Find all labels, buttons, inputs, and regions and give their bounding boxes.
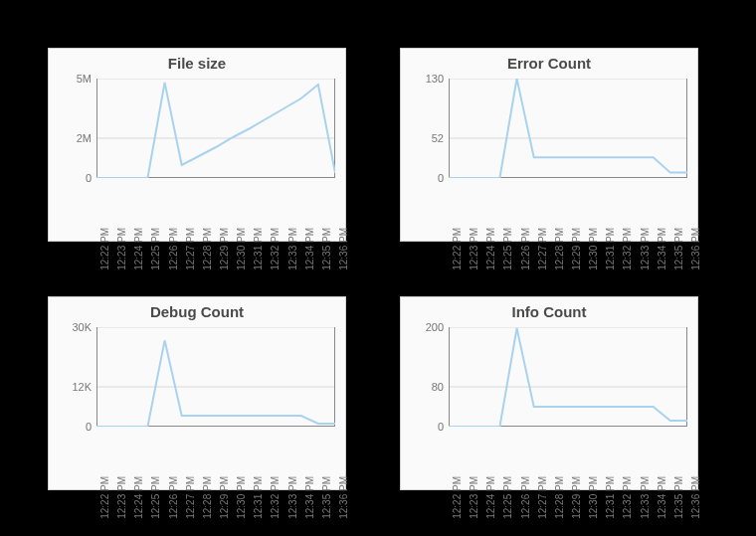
y-tick-label: 200 [404, 321, 444, 333]
chart-plot [449, 327, 687, 427]
chart-title: Info Count [401, 297, 697, 322]
x-tick-label: 12:34 PM [657, 228, 667, 270]
y-tick-label: 80 [404, 381, 444, 393]
x-tick-label: 12:24 PM [485, 228, 496, 270]
x-tick-label: 12:35 PM [321, 228, 332, 270]
x-tick-label: 12:30 PM [588, 476, 599, 519]
chart-panel-file_size: File size02M5M12:22 PM12:23 PM12:24 PM12… [48, 48, 346, 242]
y-tick-label: 12K [52, 381, 92, 393]
x-tick-label: 12:36 PM [690, 228, 701, 270]
x-tick-label: 12:25 PM [150, 476, 161, 519]
x-tick-label: 12:32 PM [622, 228, 633, 270]
y-tick-label: 2M [52, 132, 92, 144]
x-tick-label: 12:28 PM [554, 228, 565, 270]
x-tick-label: 12:36 PM [690, 476, 701, 519]
x-tick-label: 12:26 PM [168, 476, 179, 519]
x-tick-label: 12:34 PM [304, 228, 315, 270]
x-axis-labels: 12:22 PM12:23 PM12:24 PM12:25 PM12:26 PM… [449, 429, 687, 488]
x-tick-label: 12:35 PM [673, 228, 684, 270]
y-tick-label: 5M [52, 73, 92, 85]
x-tick-label: 12:35 PM [321, 476, 332, 519]
x-tick-label: 12:28 PM [202, 228, 213, 270]
x-tick-label: 12:32 PM [270, 476, 281, 519]
y-tick-label: 0 [404, 421, 444, 433]
x-tick-label: 12:26 PM [520, 228, 531, 270]
x-tick-label: 12:33 PM [287, 228, 298, 270]
x-tick-label: 12:32 PM [270, 228, 281, 270]
x-tick-label: 12:26 PM [520, 476, 531, 519]
x-tick-label: 12:29 PM [219, 228, 230, 270]
x-tick-label: 12:28 PM [554, 476, 565, 519]
x-tick-label: 12:24 PM [133, 228, 144, 270]
x-tick-label: 12:34 PM [657, 476, 667, 519]
x-tick-label: 12:31 PM [605, 228, 616, 270]
chart-plot [449, 79, 687, 178]
x-tick-label: 12:23 PM [116, 476, 127, 519]
x-tick-label: 12:23 PM [469, 476, 479, 519]
chart-title: File size [49, 49, 345, 74]
x-tick-label: 12:31 PM [253, 476, 264, 519]
x-tick-label: 12:28 PM [202, 476, 213, 519]
x-tick-label: 12:32 PM [622, 476, 633, 519]
x-tick-label: 12:30 PM [236, 476, 247, 519]
chart-panel-debug_count: Debug Count012K30K12:22 PM12:23 PM12:24 … [48, 296, 346, 490]
x-tick-label: 12:36 PM [338, 476, 349, 519]
x-tick-label: 12:22 PM [452, 476, 463, 519]
chart-series-line [449, 79, 687, 178]
x-tick-label: 12:36 PM [338, 228, 349, 270]
x-tick-label: 12:33 PM [640, 228, 651, 270]
x-tick-label: 12:29 PM [571, 228, 582, 270]
x-tick-label: 12:25 PM [150, 228, 161, 270]
y-tick-label: 0 [52, 172, 92, 184]
chart-plot [96, 79, 335, 178]
x-tick-label: 12:29 PM [219, 476, 230, 519]
chart-series-line [96, 340, 335, 427]
x-tick-label: 12:23 PM [469, 228, 479, 270]
chart-plot [96, 327, 335, 427]
x-tick-label: 12:22 PM [99, 476, 110, 519]
x-tick-label: 12:30 PM [236, 228, 247, 270]
x-tick-label: 12:25 PM [502, 476, 513, 519]
y-tick-label: 0 [404, 172, 444, 184]
chart-series-line [96, 83, 335, 178]
x-tick-label: 12:34 PM [304, 476, 315, 519]
x-tick-label: 12:35 PM [673, 476, 684, 519]
x-tick-label: 12:25 PM [502, 228, 513, 270]
x-tick-label: 12:22 PM [99, 228, 110, 270]
x-tick-label: 12:22 PM [452, 228, 463, 270]
chart-panel-info_count: Info Count08020012:22 PM12:23 PM12:24 PM… [400, 296, 698, 490]
x-tick-label: 12:24 PM [133, 476, 144, 519]
x-tick-label: 12:33 PM [287, 476, 298, 519]
x-axis-labels: 12:22 PM12:23 PM12:24 PM12:25 PM12:26 PM… [449, 180, 687, 240]
chart-series-line [449, 328, 687, 427]
x-tick-label: 12:24 PM [485, 476, 496, 519]
x-tick-label: 12:26 PM [168, 228, 179, 270]
y-tick-label: 52 [404, 132, 444, 144]
x-tick-label: 12:27 PM [185, 476, 196, 519]
y-tick-label: 130 [404, 73, 444, 85]
y-tick-label: 0 [52, 421, 92, 433]
x-tick-label: 12:23 PM [116, 228, 127, 270]
x-tick-label: 12:31 PM [253, 228, 264, 270]
x-axis-labels: 12:22 PM12:23 PM12:24 PM12:25 PM12:26 PM… [96, 180, 335, 240]
x-tick-label: 12:33 PM [640, 476, 651, 519]
x-tick-label: 12:30 PM [588, 228, 599, 270]
x-tick-label: 12:31 PM [605, 476, 616, 519]
x-tick-label: 12:27 PM [537, 476, 548, 519]
x-axis-labels: 12:22 PM12:23 PM12:24 PM12:25 PM12:26 PM… [96, 429, 335, 488]
x-tick-label: 12:27 PM [185, 228, 196, 270]
x-tick-label: 12:29 PM [571, 476, 582, 519]
chart-title: Debug Count [49, 297, 345, 322]
chart-title: Error Count [401, 49, 697, 74]
y-tick-label: 30K [52, 321, 92, 333]
x-tick-label: 12:27 PM [537, 228, 548, 270]
chart-panel-error_count: Error Count05213012:22 PM12:23 PM12:24 P… [400, 48, 698, 242]
